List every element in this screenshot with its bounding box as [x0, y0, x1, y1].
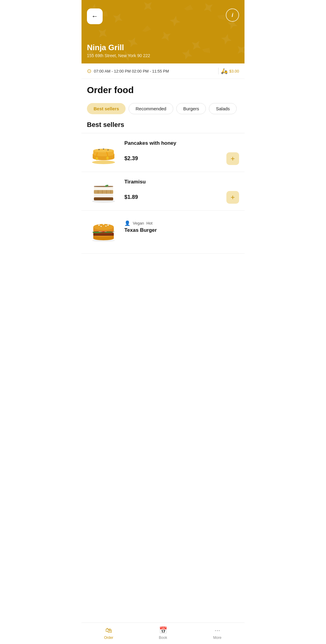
order-section: Order food — [82, 79, 245, 98]
tiramisu-price: $1.89 — [124, 194, 138, 200]
pancakes-price: $2.39 — [124, 155, 138, 162]
add-tiramisu-button[interactable]: + — [226, 191, 239, 204]
category-tabs: Best sellers Recommended Burgers Salads — [82, 98, 245, 119]
section-title: Best sellers — [82, 119, 245, 133]
vegan-badge: Vegan — [133, 221, 144, 225]
info-button[interactable]: i — [226, 8, 239, 22]
order-title: Order food — [87, 85, 239, 95]
restaurant-address: 155 69th Street, New York 90 222 — [87, 53, 150, 58]
back-arrow-icon: ← — [91, 12, 98, 20]
restaurant-name: Ninja Grill — [87, 43, 150, 52]
tiramisu-bottom: $1.89 + — [124, 191, 239, 204]
svg-rect-19 — [94, 187, 113, 190]
info-bar: ⊙ 07:00 AM - 12:00 PM 02:00 PM - 11:55 P… — [82, 63, 245, 79]
burger-details: 👤 Vegan Hot Texas Burger — [124, 220, 239, 239]
info-icon: i — [232, 12, 233, 18]
pancakes-details: Pancakes with honey $2.39 + — [124, 140, 239, 165]
menu-item-tiramisu: Tiramisu $1.89 + — [82, 172, 245, 211]
restaurant-header: ← i Ninja Grill 155 69th Street, New Yor… — [82, 0, 245, 63]
svg-point-6 — [96, 157, 98, 160]
restaurant-info: Ninja Grill 155 69th Street, New York 90… — [87, 43, 150, 58]
tab-best-sellers[interactable]: Best sellers — [87, 103, 126, 114]
delivery-fee: $3.00 — [229, 69, 239, 73]
tiramisu-details: Tiramisu $1.89 + — [124, 179, 239, 204]
info-divider — [218, 68, 219, 74]
tiramisu-name: Tiramisu — [124, 179, 239, 185]
pancakes-bottom: $2.39 + — [124, 152, 239, 165]
delivery-info: 🛵 $3.00 — [221, 68, 239, 74]
tab-burgers[interactable]: Burgers — [176, 103, 206, 114]
add-pancakes-button[interactable]: + — [226, 152, 239, 165]
menu-item-texas-burger: 👤 Vegan Hot Texas Burger — [82, 211, 245, 254]
svg-rect-14 — [94, 190, 113, 194]
hot-badge: Hot — [146, 221, 152, 225]
svg-point-21 — [94, 186, 113, 187]
tiramisu-image — [87, 177, 120, 205]
menu-item-pancakes: Pancakes with honey $2.39 + — [82, 133, 245, 172]
svg-rect-13 — [94, 194, 113, 197]
svg-point-7 — [106, 157, 109, 160]
operating-hours: 07:00 AM - 12:00 PM 02:00 PM - 11:55 PM — [94, 69, 216, 73]
burger-badges: 👤 Vegan Hot — [124, 220, 239, 226]
tab-salads[interactable]: Salads — [209, 103, 237, 114]
pancakes-name: Pancakes with honey — [124, 140, 239, 146]
delivery-icon: 🛵 — [221, 68, 228, 74]
svg-point-0 — [92, 160, 115, 164]
clock-icon: ⊙ — [87, 68, 91, 74]
tab-recommended[interactable]: Recommended — [129, 103, 173, 114]
vegan-icon: 👤 — [124, 220, 130, 226]
svg-rect-12 — [94, 197, 113, 200]
burger-image — [87, 215, 120, 244]
burger-name: Texas Burger — [124, 227, 239, 233]
back-button[interactable]: ← — [87, 8, 103, 24]
pancakes-image — [87, 138, 120, 167]
